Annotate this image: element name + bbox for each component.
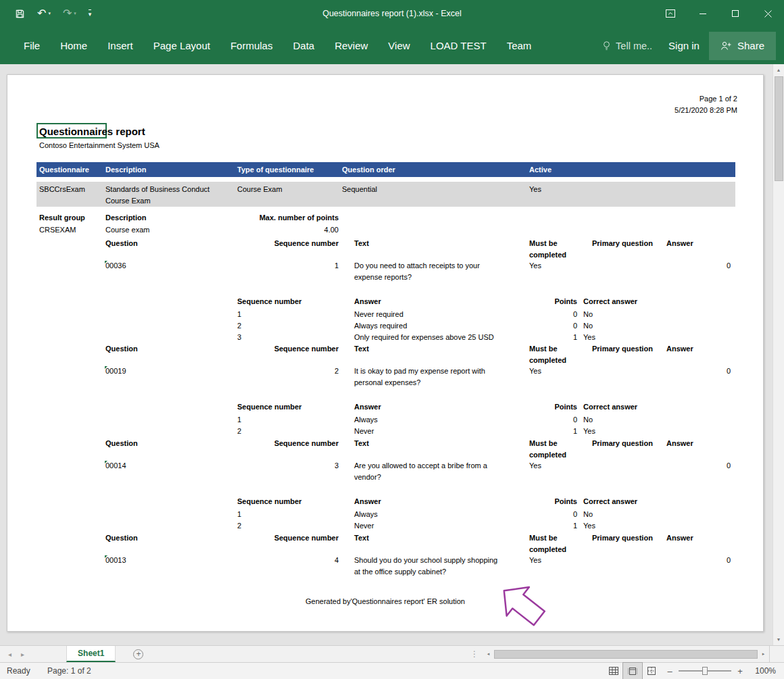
status-page-indicator: Page: 1 of 2 xyxy=(47,666,91,676)
answer-text: Never required xyxy=(354,309,503,320)
answer-sequence: 1 xyxy=(237,414,241,426)
horizontal-scrollbar-thumb[interactable] xyxy=(494,650,758,659)
ribbon-tab-data[interactable]: Data xyxy=(283,27,324,64)
answer-text: Never xyxy=(354,426,503,437)
customize-quick-access-toolbar-button[interactable]: ▾ xyxy=(89,9,92,18)
new-sheet-button[interactable]: + xyxy=(133,646,143,662)
sign-in-button[interactable]: Sign in xyxy=(659,40,709,51)
answer-label: Answer xyxy=(354,496,503,507)
zoom-slider-thumb[interactable] xyxy=(702,667,708,675)
answer-sequence-number-label: Sequence number xyxy=(237,401,301,413)
primary-question-label: Primary question xyxy=(592,343,653,355)
vertical-scrollbar-thumb[interactable] xyxy=(775,76,783,181)
close-button[interactable] xyxy=(752,0,784,27)
question-label: Question xyxy=(105,438,138,449)
must-be-completed-label: Must be completed xyxy=(529,343,572,366)
sheet-nav-left-icon[interactable]: ◂ xyxy=(8,651,11,658)
undo-dropdown-icon: ▾ xyxy=(48,11,51,16)
save-icon xyxy=(15,9,25,19)
correct-answer-label: Correct answer xyxy=(583,401,637,413)
question-answer-label: Answer xyxy=(666,438,693,449)
save-button[interactable] xyxy=(15,9,25,19)
page-break-view-button[interactable] xyxy=(642,663,661,679)
ribbon-tab-home[interactable]: Home xyxy=(50,27,97,64)
answer-sequence: 1 xyxy=(237,509,241,520)
tell-me-button[interactable]: Tell me.. xyxy=(595,41,659,51)
page-break-view-icon xyxy=(647,667,656,675)
result-group-id: CRSEXAM xyxy=(39,224,76,236)
scroll-down-icon[interactable]: ▼ xyxy=(773,634,784,645)
questionnaire-id: SBCCrsExam xyxy=(39,184,85,195)
zoom-slider[interactable] xyxy=(679,670,731,672)
question-id: 00014 xyxy=(105,460,126,472)
ribbon-tab-file[interactable]: File xyxy=(14,27,50,64)
share-label: Share xyxy=(737,40,764,51)
answer-label: Answer xyxy=(354,401,503,413)
vertical-scrollbar[interactable]: ▲ ▼ xyxy=(773,64,784,645)
maximize-button[interactable] xyxy=(719,0,752,27)
excel-window: ↶▾ ↷▾ ▾ Questionnaires report (1).xlsx -… xyxy=(0,0,784,679)
sheet-tab-bar: ◂ ▸ Sheet1 + ⋮ ◂ ▸ xyxy=(0,645,784,662)
scroll-right-icon[interactable]: ▸ xyxy=(758,649,769,660)
sheet-navigation: ◂ ▸ xyxy=(0,646,32,662)
answer-sequence: 2 xyxy=(237,320,241,332)
ribbon-display-options-button[interactable] xyxy=(654,0,687,27)
question-text-label: Text xyxy=(354,532,503,544)
answer-label: Answer xyxy=(354,296,503,307)
zoom-out-button[interactable]: – xyxy=(661,666,679,676)
share-button[interactable]: Share xyxy=(709,32,776,60)
question-text-label: Text xyxy=(354,343,503,355)
scroll-up-icon[interactable]: ▲ xyxy=(773,64,784,76)
sheet-tab-sheet1[interactable]: Sheet1 xyxy=(66,646,116,662)
question-answer-label: Answer xyxy=(666,532,693,544)
question-id: 00013 xyxy=(105,555,126,566)
undo-button[interactable]: ↶▾ xyxy=(37,8,51,19)
ribbon-tab-formulas[interactable]: Formulas xyxy=(220,27,283,64)
answer-points: 0 xyxy=(503,414,577,426)
question-answer-value: 0 xyxy=(677,555,731,566)
status-bar: Ready Page: 1 of 2 – + 100% xyxy=(0,662,784,679)
header-description: Description xyxy=(105,164,147,176)
page-layout-view-button[interactable] xyxy=(623,663,642,679)
question-label: Question xyxy=(105,532,138,544)
tab-scroll-divider[interactable]: ⋮ xyxy=(466,646,483,662)
primary-question-label: Primary question xyxy=(592,532,653,544)
answer-correct: Yes xyxy=(583,426,595,437)
questionnaire-description: Standards of Business Conduct Course Exa… xyxy=(105,184,217,207)
question-answer-value: 0 xyxy=(677,260,731,272)
result-group-description: Course exam xyxy=(105,224,149,236)
maximize-icon xyxy=(731,9,739,18)
ribbon-tab-view[interactable]: View xyxy=(378,27,420,64)
zoom-in-button[interactable]: + xyxy=(731,666,749,676)
ribbon-tab-page-layout[interactable]: Page Layout xyxy=(143,27,220,64)
workarea: Page 1 of 2 5/21/2020 8:28 PM Questionna… xyxy=(0,64,784,645)
ribbon-tab-review[interactable]: Review xyxy=(324,27,378,64)
ribbon-tab-team[interactable]: Team xyxy=(497,27,542,64)
report-page: Page 1 of 2 5/21/2020 8:28 PM Questionna… xyxy=(7,74,764,632)
question-answer-value: 0 xyxy=(677,366,731,377)
minimize-button[interactable] xyxy=(687,0,719,27)
question-label: Question xyxy=(105,343,138,355)
ribbon-tab-load-test[interactable]: LOAD TEST xyxy=(420,27,497,64)
result-group-label: Result group xyxy=(39,212,85,224)
window-controls xyxy=(654,0,784,27)
question-text: Are you allowed to accept a bribe from a… xyxy=(354,460,503,483)
ribbon-tab-insert[interactable]: Insert xyxy=(97,27,143,64)
scroll-left-icon[interactable]: ◂ xyxy=(483,649,494,660)
report-footer: Generated by'Questionnaires report' ER s… xyxy=(7,596,763,607)
customize-qat-icon: ▾ xyxy=(89,9,92,18)
sheet-nav-right-icon[interactable]: ▸ xyxy=(21,651,24,658)
question-sequence: 3 xyxy=(237,460,339,472)
answer-text: Always xyxy=(354,509,503,520)
answer-text: Never xyxy=(354,520,503,532)
answer-sequence-number-label: Sequence number xyxy=(237,496,301,507)
report-title: Questionnaires report xyxy=(39,125,145,139)
zoom-in-icon: + xyxy=(737,666,743,676)
answer-points: 0 xyxy=(503,309,577,320)
status-bar-right: – + 100% xyxy=(604,663,784,679)
question-sequence: 4 xyxy=(237,555,339,566)
horizontal-scrollbar[interactable]: ◂ ▸ xyxy=(483,646,769,662)
question-text: Do you need to attach receipts to your e… xyxy=(354,260,503,283)
normal-view-button[interactable] xyxy=(604,663,623,679)
redo-button[interactable]: ↷▾ xyxy=(63,8,76,19)
